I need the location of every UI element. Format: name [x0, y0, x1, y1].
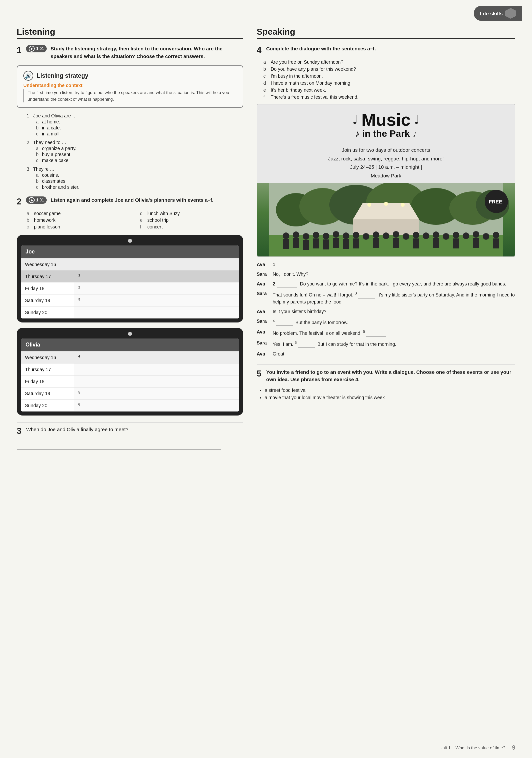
- svg-point-25: [393, 231, 399, 238]
- question-2: 2 They need to … aorganize a party. bbuy…: [27, 140, 243, 163]
- dialogue-text-ava-5: Great!: [273, 350, 515, 357]
- flyer-tagline1: Join us for two days of outdoor concerts: [264, 146, 508, 154]
- life-skills-label: Life skills: [480, 11, 503, 16]
- svg-point-28: [423, 232, 429, 239]
- dialogue-line-sara-3: Sara 4 But the party is tomorrow.: [257, 318, 515, 326]
- joe-thu-entry[interactable]: 1: [74, 270, 239, 282]
- olivia-fri-entry[interactable]: [74, 375, 239, 388]
- strategy-text: The first time you listen, try to figure…: [23, 89, 237, 102]
- joe-sun-entry[interactable]: [74, 306, 239, 318]
- option-3a: acousins.: [36, 172, 243, 178]
- audio-icon-2: [29, 197, 35, 203]
- exercise-1-number: 1: [17, 45, 21, 55]
- dialogue-speaker-sara-1: Sara: [257, 271, 270, 278]
- dialogue-text-ava-4: No problem. The festival is on all weeke…: [273, 328, 515, 337]
- svg-point-33: [473, 231, 479, 238]
- joe-wed-day: Wednesday 16: [21, 258, 74, 270]
- option-3b: bclassmates.: [36, 178, 243, 184]
- dialogue-line-1: Ava 1: [257, 261, 515, 268]
- exercise-4-text: Complete the dialogue with the sentences…: [266, 45, 376, 53]
- speaker-icon: 🔊: [23, 71, 33, 81]
- olivia-sat-day: Saturday 19: [21, 388, 74, 400]
- olivia-sun-entry[interactable]: 6: [74, 400, 239, 412]
- exercise-3: 3 When do Joe and Olivia finally agree t…: [17, 422, 243, 450]
- footer-unit: Unit 1 What is the value of time?: [439, 745, 505, 750]
- svg-rect-48: [453, 238, 459, 248]
- event-f: f concert: [140, 224, 243, 229]
- olivia-row-wed: Wednesday 16 4: [21, 351, 239, 363]
- svg-rect-47: [433, 238, 439, 248]
- joe-thu-day: Thursday 17: [21, 270, 74, 282]
- flyer-image: FREE!: [257, 183, 515, 256]
- svg-point-18: [323, 233, 329, 239]
- joe-wed-entry[interactable]: [74, 258, 239, 270]
- dialogue-speaker-ava-2: Ava: [257, 280, 270, 287]
- event-c: c piano lesson: [27, 224, 130, 229]
- dialogue-speaker-ava-1: Ava: [257, 261, 270, 268]
- flyer-top: ♩ Music ♩ ♪ in the Park ♪: [257, 104, 515, 146]
- svg-point-11: [384, 202, 388, 206]
- exercise-5: 5 You invite a friend to go to an event …: [257, 364, 515, 400]
- sentence-c: c I'm busy in the afternoon.: [263, 73, 515, 79]
- joe-row-wed: Wednesday 16: [21, 258, 239, 270]
- joe-sat-day: Saturday 19: [21, 294, 74, 306]
- exercise-3-answer-line[interactable]: [17, 440, 221, 450]
- dialogue-text-sara-2: That sounds fun! Oh no – wait! I forgot.…: [273, 290, 515, 305]
- question-3-options: acousins. bclassmates. cbrother and sist…: [36, 172, 243, 190]
- svg-point-10: [367, 203, 371, 207]
- svg-rect-42: [343, 239, 349, 249]
- svg-rect-41: [333, 238, 339, 248]
- dialogue-line-ava-2: Ava 2 Do you want to go with me? It's in…: [257, 280, 515, 287]
- exercise-5-header: 5 You invite a friend to go to an event …: [257, 368, 515, 384]
- exercise-1-questions: 1 Joe and Olivia are … aat home. bin a c…: [27, 113, 243, 190]
- dialogue-speaker-ava-5: Ava: [257, 350, 270, 357]
- svg-point-20: [343, 232, 349, 239]
- flyer-details: Join us for two days of outdoor concerts…: [257, 146, 515, 183]
- exercise-5-list: a street food festival a movie that your…: [265, 388, 515, 400]
- svg-rect-44: [373, 238, 379, 248]
- page: Life skills Listening 1 1.01 Study the l…: [0, 0, 532, 758]
- joe-planner-tablet: Joe Wednesday 16 Thursday 17 1 Friday 18…: [17, 235, 243, 322]
- bullet-item-2: a movie that your local movie theater is…: [265, 395, 515, 400]
- svg-rect-49: [473, 238, 479, 248]
- flyer-music-title: Music: [361, 111, 410, 128]
- joe-planner-header: Joe: [21, 245, 239, 258]
- tablet-dot-joe: [128, 239, 132, 243]
- page-number: 9: [512, 744, 515, 751]
- crowd-scene-svg: [257, 183, 515, 256]
- event-e: e school trip: [140, 217, 243, 223]
- bullet-item-1: a street food festival: [265, 388, 515, 393]
- flyer-tagline2: Jazz, rock, salsa, swing, reggae, hip-ho…: [264, 154, 508, 163]
- svg-point-29: [433, 231, 439, 238]
- olivia-thu-entry[interactable]: [74, 363, 239, 375]
- svg-rect-38: [303, 240, 309, 250]
- strategy-title: 🔊 Listening strategy: [23, 71, 237, 81]
- joe-row-fri: Friday 18 2: [21, 282, 239, 294]
- exercise-2-number: 2: [17, 196, 21, 207]
- dialogue-text-ava-1: 1: [273, 261, 515, 268]
- joe-sat-entry[interactable]: 3: [74, 294, 239, 306]
- audio-badge-1[interactable]: 1.01: [26, 45, 46, 52]
- svg-rect-36: [283, 239, 289, 249]
- olivia-wed-entry[interactable]: 4: [74, 351, 239, 363]
- joe-row-thu: Thursday 17 1: [21, 270, 239, 282]
- olivia-sat-entry[interactable]: 5: [74, 388, 239, 400]
- joe-fri-entry[interactable]: 2: [74, 282, 239, 294]
- life-skills-badge: Life skills: [474, 6, 522, 21]
- svg-point-32: [463, 232, 469, 239]
- svg-point-15: [293, 231, 299, 238]
- event-a: a soccer game: [27, 211, 130, 216]
- exercise-3-header: 3 When do Joe and Olivia finally agree t…: [17, 426, 243, 436]
- hex-icon: [505, 8, 516, 19]
- svg-point-21: [353, 232, 359, 238]
- joe-fri-day: Friday 18: [21, 282, 74, 294]
- option-3c: cbrother and sister.: [36, 184, 243, 190]
- svg-point-14: [283, 232, 289, 239]
- audio-badge-2[interactable]: 1.01: [26, 196, 46, 204]
- olivia-fri-day: Friday 18: [21, 375, 74, 388]
- svg-rect-46: [413, 238, 419, 248]
- dialogue-line-ava-3: Ava Is it your sister's birthday?: [257, 308, 515, 315]
- exercise-2-text: Listen again and complete Joe and Olivia…: [51, 196, 214, 204]
- speaking-column: Speaking 4 Complete the dialogue with th…: [257, 27, 515, 450]
- svg-point-26: [403, 233, 409, 240]
